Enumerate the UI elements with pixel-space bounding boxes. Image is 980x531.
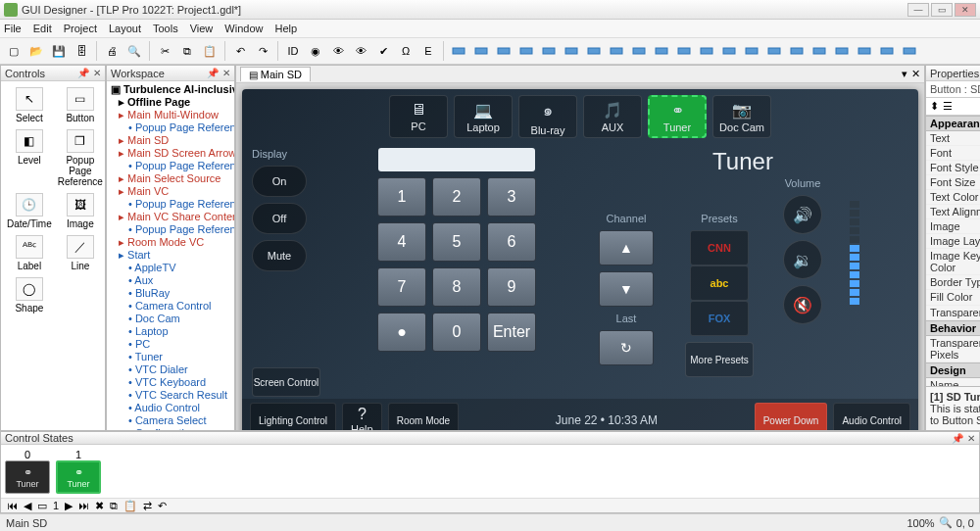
prop-row[interactable]: TextTuner [926, 131, 980, 146]
dist-v-icon[interactable] [607, 41, 626, 61]
prop-row[interactable]: Transparent PixelsPressable [926, 336, 980, 362]
prop-group-appearance[interactable]: Appearance [926, 116, 980, 131]
arr-m-icon[interactable] [787, 41, 807, 61]
more-presets-button[interactable]: More Presets [685, 342, 754, 377]
dock-pc-button[interactable]: 🖥PC [389, 95, 448, 138]
align-r-icon[interactable] [494, 41, 514, 61]
channel-down-button[interactable]: ▼ [599, 271, 654, 307]
prop-row[interactable]: Font StyleRegular [926, 161, 980, 175]
prop-row[interactable]: Font Size12 [926, 175, 980, 190]
key-8[interactable]: 8 [432, 267, 481, 307]
pin-icon[interactable]: 📌 [207, 68, 219, 78]
tree-item[interactable]: ▸ Main VC [109, 185, 232, 198]
control-select[interactable]: ↖Select [7, 87, 52, 123]
align-l-icon[interactable] [449, 41, 468, 61]
tree-item[interactable]: ▸ Offline Page [109, 96, 232, 109]
key-7[interactable]: 7 [377, 267, 426, 307]
key-6[interactable]: 6 [487, 222, 536, 262]
circle-id-icon[interactable]: ◉ [306, 41, 325, 61]
tree-item[interactable]: • Doc Cam [109, 313, 232, 325]
prop-group-behavior[interactable]: Behavior [926, 320, 980, 336]
space-v-icon[interactable] [855, 41, 874, 61]
tree-item[interactable]: • Audio Control [109, 402, 232, 414]
preview-icon[interactable]: 🔍 [124, 41, 144, 61]
dock-laptop-button[interactable]: 💻Laptop [454, 95, 513, 138]
sz-wh-icon[interactable] [674, 41, 694, 61]
menu-help[interactable]: Help [274, 23, 297, 34]
space-h-icon[interactable] [832, 41, 852, 61]
key-0[interactable]: 0 [432, 313, 481, 352]
state-nav-next[interactable]: ▶ [65, 500, 73, 512]
channel-up-button[interactable]: ▲ [599, 230, 654, 266]
tree-item[interactable]: • VTC Search Result [109, 389, 232, 402]
display-off-button[interactable]: Off [252, 203, 307, 234]
channel-last-button[interactable]: ↻ [599, 330, 654, 365]
prop-row[interactable]: Transparency0% [926, 306, 980, 320]
sz-h-icon[interactable] [652, 41, 671, 61]
tree-item[interactable]: ▸ Main Select Source [109, 172, 232, 185]
tree-item[interactable]: ▸ Main SD Screen Arrows [109, 147, 232, 160]
cut-icon[interactable]: ✂ [155, 41, 174, 61]
control-label[interactable]: ᴬᴮᶜLabel [7, 235, 52, 271]
preset-abc[interactable]: abc [690, 266, 749, 301]
prop-row[interactable]: NameSD Tuner [926, 378, 980, 386]
room-mode-button[interactable]: Room Mode [388, 403, 459, 430]
minimize-button[interactable]: — [907, 3, 929, 17]
tree-item[interactable]: • Popup Page Reference1 [109, 160, 232, 172]
pin-icon[interactable]: 📌 [77, 68, 89, 78]
lighting-button[interactable]: Lighting Control [250, 403, 336, 430]
pin-icon[interactable]: 📌 [952, 433, 963, 444]
audio-control-button[interactable]: Audio Control [833, 403, 910, 430]
omega-icon[interactable]: Ω [396, 41, 416, 61]
canvas-tab-main[interactable]: ▤ Main SD [240, 67, 311, 81]
align-b-icon[interactable] [562, 41, 581, 61]
eye-icon[interactable]: 👁 [351, 41, 370, 61]
close-icon[interactable]: ✕ [911, 68, 920, 80]
tree-item[interactable]: ▸ Main VC Share Content [109, 211, 232, 223]
prop-row[interactable]: Image LayoutFill [926, 234, 980, 249]
close-icon[interactable]: ✕ [222, 68, 230, 78]
tree-item[interactable]: • Tuner [109, 351, 232, 363]
eye-id-icon[interactable]: 👁 [328, 41, 348, 61]
volume-up-button[interactable]: 🔊 [783, 195, 822, 234]
tree-item[interactable]: • Popup Page Reference1 [109, 121, 232, 134]
arr-b-icon[interactable] [809, 41, 829, 61]
redo-icon[interactable]: ↷ [253, 41, 272, 61]
menu-window[interactable]: Window [224, 23, 263, 34]
close-icon[interactable]: ✕ [967, 433, 975, 444]
prop-group-design[interactable]: Design [926, 362, 980, 378]
tree-item[interactable]: • Popup Page Reference1 [109, 223, 232, 236]
arr-r-icon[interactable] [742, 41, 761, 61]
prop-row[interactable]: Border Type(none) [926, 275, 980, 290]
prop-row[interactable]: Text AlignmentMiddle-Center [926, 205, 980, 219]
control-level[interactable]: ◧Level [7, 129, 52, 187]
id-icon[interactable]: ID [283, 41, 303, 61]
check-icon[interactable]: ✔ [373, 41, 393, 61]
state-1[interactable]: 1⚭Tuner [56, 449, 101, 494]
control-image[interactable]: 🖼Image [58, 193, 103, 229]
prop-row[interactable]: Text Color■ [926, 190, 980, 205]
copy-icon[interactable]: ⧉ [177, 41, 197, 61]
key-4[interactable]: 4 [377, 222, 426, 262]
dist-h-icon[interactable] [584, 41, 604, 61]
tree-item[interactable]: • AppleTV [109, 262, 232, 274]
maximize-button[interactable]: ▭ [931, 3, 953, 17]
state-nav-swap[interactable]: ⇄ [143, 500, 152, 512]
dock-blu-ray-button[interactable]: ๑Blu-ray [518, 95, 577, 138]
state-nav-copy[interactable]: ⧉ [110, 500, 118, 512]
canvas-area[interactable]: 🖥PC💻Laptop๑Blu-ray🎵AUX⚭Tuner📷Doc Cam Dis… [236, 83, 924, 430]
tree-item[interactable]: • Confirmation [109, 427, 232, 430]
tree-item[interactable]: • Popup Page Reference1 [109, 198, 232, 211]
volume-down-button[interactable]: 🔉 [783, 240, 822, 279]
menu-project[interactable]: Project [64, 23, 97, 34]
key-5[interactable]: 5 [432, 222, 481, 262]
E-icon[interactable]: E [418, 41, 438, 61]
key-1[interactable]: 1 [377, 177, 426, 217]
prop-row[interactable]: Fill Color▢ Transparent [926, 290, 980, 306]
key-Enter[interactable]: Enter [487, 313, 536, 352]
prop-row[interactable]: FontOpen Sans Light [926, 146, 980, 161]
workspace-tree[interactable]: ▣ Turbulence AI-inclusive 1022 ▸ Offline… [107, 81, 234, 430]
state-nav-undo[interactable]: ↶ [158, 500, 167, 512]
tree-item[interactable]: ▸ Main SD [109, 134, 232, 147]
key-●[interactable]: ● [377, 313, 426, 352]
